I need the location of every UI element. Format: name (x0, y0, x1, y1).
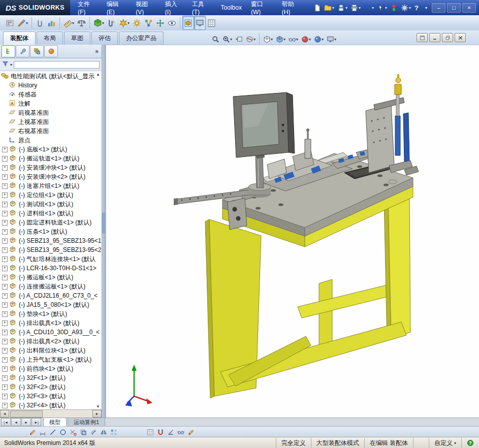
status-caret-icon[interactable]: ▾ (454, 441, 456, 445)
tree-item[interactable]: +(-) 送塞片组<1> (默认) (0, 181, 102, 190)
commandmanager-tab[interactable]: 布局 (37, 31, 63, 45)
tree-item[interactable]: 上视基准面 (0, 117, 102, 126)
tree-item[interactable]: +(-) 搬运板<1> (默认) (0, 273, 102, 282)
tree-item[interactable]: +(-) 底板<1> (默认) (0, 145, 102, 154)
expand-icon[interactable]: + (2, 366, 8, 372)
tree-item[interactable]: +(-) SEBZ13_95_SEBZ13-95<2 (0, 245, 102, 254)
tree-item[interactable]: +(-) 排出载具<1> (默认) (0, 318, 102, 328)
expand-icon[interactable]: + (2, 339, 8, 344)
show-hidden-components-icon[interactable] (166, 16, 178, 30)
menu-item[interactable]: 帮助(H) (277, 0, 307, 17)
menu-item[interactable]: Toolbox (216, 3, 246, 13)
scrollbar-track[interactable] (9, 410, 92, 417)
menu-item[interactable]: 窗口(W) (246, 0, 277, 17)
expand-icon[interactable]: + (2, 302, 8, 308)
isolate-icon[interactable] (182, 16, 194, 30)
expand-icon[interactable]: + (2, 247, 8, 253)
restore-document-icon[interactable] (442, 33, 453, 42)
tree-item[interactable]: +(-) 安装缓冲块<2> (默认) (0, 172, 102, 181)
expand-icon[interactable]: + (2, 330, 8, 335)
tree-item[interactable]: 原点 (0, 136, 102, 145)
titlebar-options-caret[interactable]: ▾ (423, 6, 429, 10)
minimize-window-button[interactable]: – (432, 3, 445, 13)
filter-caret-icon[interactable]: ▾ (10, 62, 12, 67)
tree-item[interactable]: +(-) 出料限位块<1> (默认) (0, 346, 102, 355)
tree-item[interactable]: +(-) A_CDU10_30D_A93__0_< (0, 328, 102, 337)
new-document-icon[interactable] (312, 2, 323, 14)
tree-item[interactable]: +(-) 连接搬运板<1> (默认) (0, 282, 102, 291)
tree-item[interactable]: +(-) 测试组<1> (默认) (0, 200, 102, 209)
insert-component-icon[interactable]: ▾ (92, 16, 106, 30)
tree-filter-input[interactable] (14, 61, 100, 69)
edit-appearance-sphere-icon[interactable]: ▾ (300, 32, 312, 46)
section-view-icon[interactable]: ▾ (244, 32, 257, 46)
open-icon[interactable]: ▾ (323, 2, 336, 14)
tree-item[interactable]: +(-) 上升气缸支板<1> (默认) (0, 355, 102, 364)
large-assembly-mode-icon[interactable] (194, 16, 206, 30)
expand-icon[interactable]: + (2, 174, 8, 180)
previous-view-icon[interactable] (234, 32, 244, 46)
minimize-document-icon[interactable] (429, 33, 440, 42)
tree-item[interactable]: +(-) A_CDJ2L16_60_C73_0_< (0, 291, 102, 300)
expand-icon[interactable]: + (2, 284, 8, 290)
options-gear-icon[interactable]: ▾ (399, 2, 412, 14)
expand-icon[interactable]: + (2, 348, 8, 354)
tree-item[interactable]: +(-) LCR-16-30-T0H-D-S1<1> (0, 264, 102, 273)
zoom-to-area-icon[interactable]: ▾ (221, 32, 234, 46)
design-library-icon[interactable] (143, 16, 154, 30)
panel-overflow-chevron[interactable]: » (95, 48, 102, 55)
scroll-right-arrow[interactable]: ► (92, 410, 102, 418)
propertymanager-tab[interactable] (16, 45, 29, 57)
expand-icon[interactable]: + (2, 238, 8, 244)
expand-icon[interactable]: + (2, 183, 8, 189)
tree-root-item[interactable]: 电性能测试机 (默认<默认_显示 (0, 72, 102, 81)
menu-item[interactable]: 文件(F) (73, 0, 102, 17)
expand-icon[interactable]: + (2, 257, 8, 262)
assembly-3d-model[interactable] (106, 45, 479, 418)
first-tab-button[interactable]: |◄ (1, 418, 11, 426)
tree-scroll-up-arrow[interactable]: ▲ (96, 72, 100, 77)
tree-item[interactable]: +(-) SEBZ13_95_SEBZ13-95<1 (0, 236, 102, 245)
view-settings-icon[interactable]: ▾ (325, 32, 338, 46)
expand-icon[interactable]: + (2, 321, 8, 326)
hide-show-items-icon[interactable]: ▾ (287, 32, 300, 46)
commandmanager-tab[interactable]: 办公室产品 (119, 31, 164, 45)
expand-icon[interactable]: + (2, 193, 8, 198)
tree-item[interactable]: +(-) 排出载具<2> (默认) (0, 337, 102, 346)
view-orientation-icon[interactable]: ▾ (262, 32, 274, 46)
expand-icon[interactable]: + (2, 165, 8, 171)
toolbox-icon[interactable] (131, 16, 143, 30)
expand-icon[interactable]: + (2, 275, 8, 280)
expand-icon[interactable]: + (2, 156, 8, 162)
component-states-icon[interactable] (46, 16, 57, 30)
tree-item[interactable]: +(-) 压条<1> (默认) (0, 227, 102, 236)
scrollbar-thumb[interactable] (10, 410, 43, 418)
tree-item[interactable]: +(-) 32F<2> (默认) (0, 382, 102, 392)
commandmanager-tab[interactable]: 评估 (91, 31, 118, 45)
expand-icon[interactable]: + (2, 385, 8, 390)
expand-icon[interactable]: + (2, 394, 8, 399)
mass-properties-icon[interactable] (76, 16, 87, 30)
tree-item[interactable]: +(-) 32F<4> (默认) (0, 401, 102, 409)
tree-item[interactable]: +(-) 前挡块<1> (默认) (0, 364, 102, 373)
splitter-handle[interactable] (102, 212, 106, 234)
tree-item[interactable]: History (0, 81, 102, 90)
commandmanager-tab[interactable]: 装配体 (3, 31, 36, 45)
menu-item[interactable]: 编辑(E) (102, 0, 132, 17)
panel-splitter[interactable] (102, 45, 106, 418)
tree-item[interactable]: +(-) 安装缓冲块<1> (默认) (0, 163, 102, 172)
quick-tip-icon[interactable]: ? (461, 438, 479, 448)
measure-icon[interactable]: ▾ (62, 16, 76, 30)
print-icon[interactable]: ▾ (349, 2, 362, 14)
tree-item[interactable]: 传感器 (0, 90, 102, 99)
menu-item[interactable]: 工具(T) (187, 0, 216, 17)
expand-icon[interactable]: + (2, 220, 8, 226)
featuremanager-tab[interactable] (2, 45, 15, 57)
filter-funnel-icon[interactable] (2, 60, 9, 69)
expand-icon[interactable]: + (2, 311, 8, 317)
configurationmanager-tab[interactable] (30, 45, 44, 57)
expand-icon[interactable]: + (2, 293, 8, 299)
save-icon[interactable]: ▾ (336, 2, 349, 14)
graphics-viewport[interactable] (106, 45, 479, 418)
expand-icon[interactable]: + (2, 229, 8, 235)
